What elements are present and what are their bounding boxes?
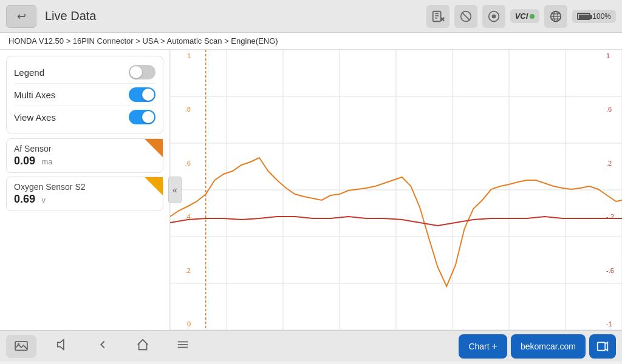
chart-button-label: Chart (468, 342, 489, 351)
record-button[interactable] (589, 334, 616, 359)
svg-point-9 (491, 14, 496, 18)
home-button[interactable] (129, 333, 157, 359)
clear-button[interactable] (426, 5, 449, 28)
battery-icon (577, 13, 590, 20)
svg-line-7 (462, 12, 470, 20)
home-icon (136, 338, 149, 351)
sensor2-value: 0.69 (14, 193, 35, 205)
page-title: Live Data (45, 9, 426, 23)
vci-label: VCI (515, 12, 528, 21)
sensor1-name: Af Sensor (14, 144, 156, 153)
play-icon (488, 10, 500, 22)
legend-toggle-row: Legend (14, 61, 156, 84)
header: ↩ Live Data VCI (0, 0, 622, 33)
header-icons: VCI 100% (426, 5, 616, 28)
back-button[interactable]: ↩ (6, 5, 36, 28)
sensor-card-2[interactable]: Oxygen Sensor S2 0.69 v (6, 177, 163, 211)
vci-badge: VCI (510, 9, 540, 23)
collapse-icon: « (173, 185, 177, 195)
bottom-right-group: Chart + bekomcar.com (459, 334, 616, 359)
sensor-card-1[interactable]: Af Sensor 0.09 ma (6, 138, 163, 173)
main-content: Legend Multi Axes View Axes (0, 50, 622, 330)
brand-label: bekomcar.com (521, 342, 576, 351)
sensor1-unit: ma (42, 157, 53, 166)
multi-axes-toggle[interactable] (129, 87, 156, 102)
globe-icon (550, 10, 562, 22)
legend-label: Legend (14, 67, 44, 78)
globe-button[interactable] (544, 5, 567, 28)
battery-level: 100% (592, 12, 611, 21)
stop-icon (460, 10, 472, 22)
volume-icon (56, 338, 69, 351)
sensor2-value-row: 0.69 v (14, 193, 156, 206)
live-data-chart: 1 .8 .6 .4 .2 0 1 .6 .2 -.2 -.6 -1 (170, 50, 622, 330)
chart-plus-icon: + (492, 341, 497, 352)
view-axes-label: View Axes (14, 112, 56, 123)
clear-icon (431, 10, 445, 23)
legend-section: Legend Multi Axes View Axes (6, 56, 163, 133)
gallery-button[interactable] (6, 335, 36, 358)
stop-button[interactable] (454, 5, 477, 28)
left-panel: Legend Multi Axes View Axes (0, 50, 170, 330)
view-axes-toggle[interactable] (129, 110, 156, 124)
hamburger-icon (176, 338, 190, 351)
volume-button[interactable] (49, 333, 77, 359)
legend-toggle[interactable] (129, 65, 156, 79)
sensor1-corner (145, 139, 163, 157)
chart-area: 1 .8 .6 .4 .2 0 1 .6 .2 -.2 -.6 -1 1 .8 … (170, 50, 622, 330)
bottom-nav-group (6, 333, 459, 359)
svg-point-46 (18, 343, 20, 345)
breadcrumb: HONDA V12.50 > 16PIN Connector > USA > A… (0, 33, 622, 50)
multi-axes-toggle-row: Multi Axes (14, 84, 156, 106)
battery-indicator: 100% (572, 10, 616, 23)
sensor2-unit: v (42, 195, 46, 204)
play-button[interactable] (482, 5, 505, 28)
view-axes-toggle-row: View Axes (14, 106, 156, 128)
sensor2-name: Oxygen Sensor S2 (14, 182, 156, 192)
gallery-icon (15, 341, 28, 352)
menu-button[interactable] (169, 333, 197, 359)
record-icon (596, 340, 609, 352)
back-icon: ↩ (17, 10, 26, 23)
collapse-panel-button[interactable]: « (168, 177, 182, 203)
svg-rect-51 (598, 342, 606, 350)
back-nav-button[interactable] (89, 333, 117, 359)
multi-axes-label: Multi Axes (14, 90, 55, 100)
back-nav-icon (96, 338, 109, 351)
sensor1-value-row: 0.09 ma (14, 155, 156, 167)
sensor2-corner (145, 177, 163, 195)
chart-button[interactable]: Chart + (459, 334, 507, 359)
bottom-bar: Chart + bekomcar.com (0, 330, 622, 362)
sensor1-value: 0.09 (14, 155, 35, 167)
svg-marker-47 (58, 340, 64, 350)
vci-connection-dot (530, 14, 535, 19)
brand-button[interactable]: bekomcar.com (511, 334, 586, 359)
